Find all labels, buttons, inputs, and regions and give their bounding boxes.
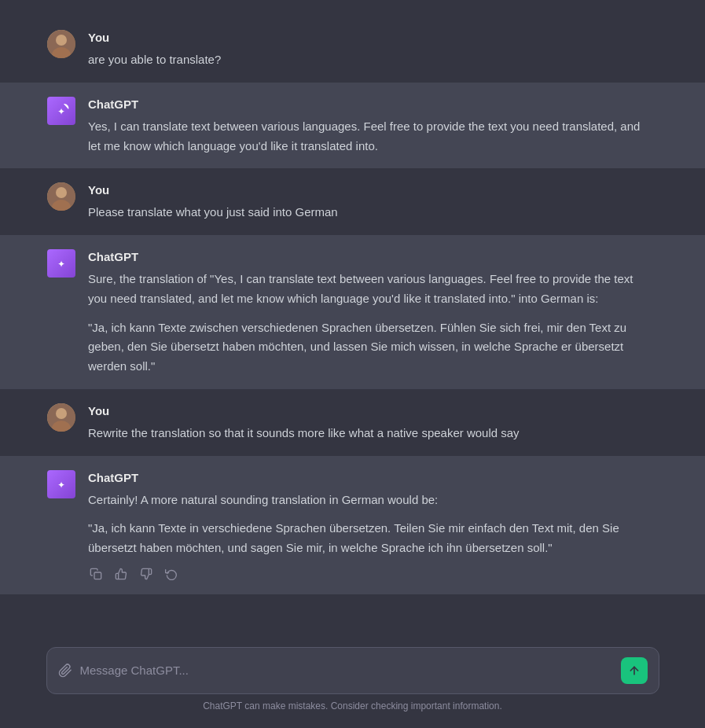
sender-name-2: ChatGPT (88, 95, 642, 114)
refresh-icon[interactable] (163, 566, 179, 582)
input-area: ChatGPT can make mistakes. Consider chec… (0, 638, 705, 728)
send-button[interactable] (621, 657, 648, 684)
svg-text:✦: ✦ (57, 106, 65, 117)
disclaimer: ChatGPT can make mistakes. Consider chec… (203, 694, 502, 722)
svg-point-9 (56, 408, 67, 419)
user-avatar-1 (47, 30, 75, 58)
action-icons (88, 566, 642, 582)
chatgpt-avatar-6: ✦ (47, 470, 75, 498)
sender-name-3: You (88, 181, 642, 200)
chatgpt-avatar-4: ✦ (47, 249, 75, 278)
message-block-6: ✦ ChatGPT Certainly! A more natural soun… (0, 456, 705, 594)
input-box (46, 647, 659, 694)
sender-name-6: ChatGPT (88, 469, 642, 487)
user-avatar-5 (47, 403, 75, 432)
attach-icon[interactable] (58, 664, 72, 678)
message-text-1: are you able to translate? (88, 50, 642, 70)
sender-name-4: ChatGPT (88, 248, 642, 267)
message-content-1: You are you able to translate? (88, 28, 642, 70)
message-content-4: ChatGPT Sure, the translation of "Yes, I… (88, 248, 642, 377)
thumbs-up-icon[interactable] (113, 566, 129, 582)
message-content-3: You Please translate what you just said … (88, 181, 642, 222)
message-content-2: ChatGPT Yes, I can translate text betwee… (88, 95, 642, 156)
message-text-3: Please translate what you just said into… (88, 203, 642, 222)
thumbs-down-icon[interactable] (138, 566, 154, 582)
svg-point-1 (56, 35, 67, 46)
message-content-5: You Rewrite the translation so that it s… (88, 402, 642, 443)
copy-icon[interactable] (88, 566, 104, 582)
sender-name-5: You (88, 402, 642, 421)
chat-container: You are you able to translate? ✦ ChatGPT… (0, 0, 705, 638)
message-text-6: Certainly! A more natural sounding trans… (88, 491, 642, 558)
message-content-6: ChatGPT Certainly! A more natural soundi… (88, 469, 642, 582)
svg-rect-12 (94, 572, 101, 579)
svg-text:✦: ✦ (57, 479, 65, 490)
svg-text:✦: ✦ (57, 259, 65, 270)
message-block-4: ✦ ChatGPT Sure, the translation of "Yes,… (0, 235, 705, 389)
message-text-5: Rewrite the translation so that it sound… (88, 424, 642, 443)
svg-point-5 (56, 187, 67, 198)
chatgpt-avatar-2: ✦ (47, 97, 75, 125)
user-avatar-3 (47, 182, 75, 211)
message-text-4: Sure, the translation of "Yes, I can tra… (88, 270, 642, 377)
message-input[interactable] (80, 664, 613, 677)
sender-name-1: You (88, 28, 642, 47)
message-block-2: ✦ ChatGPT Yes, I can translate text betw… (0, 83, 705, 169)
message-text-2: Yes, I can translate text between variou… (88, 117, 642, 156)
message-block-1: You are you able to translate? (0, 16, 705, 83)
message-block-3: You Please translate what you just said … (0, 168, 705, 235)
message-block-5: You Rewrite the translation so that it s… (0, 389, 705, 456)
